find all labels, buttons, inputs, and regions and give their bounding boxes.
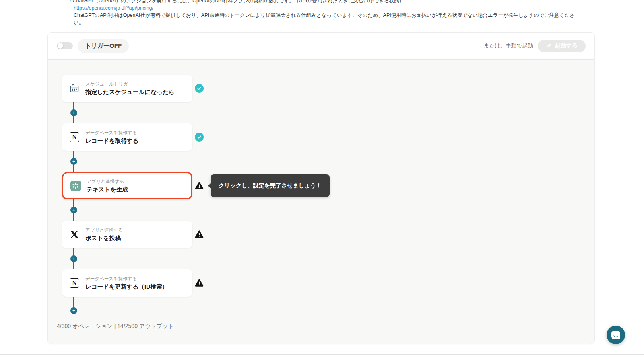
step-connector: +	[62, 151, 192, 172]
step-category-label: データベースを操作する	[85, 130, 139, 136]
workflow-flow: スケジュールトリガー 指定したスケジュールになったら + N データベースを操作…	[62, 75, 215, 314]
step-category-label: データベースを操作する	[85, 276, 168, 282]
manual-launch-hint: または、手動で起動	[484, 42, 533, 49]
notice-line-1: ・ChatGPT（OpenAI）のアクションを実行するには、OpenAIのAPI…	[68, 0, 575, 4]
step-connector: +	[62, 102, 192, 123]
trending-up-arrow-icon	[546, 43, 552, 49]
add-step-button[interactable]: +	[70, 158, 77, 165]
workflow-step-row: アプリと連携する テキストを生成	[62, 172, 192, 199]
launch-button[interactable]: 起動する	[538, 40, 586, 52]
tooltip-text: クリックし、設定を完了させましょう！	[219, 182, 322, 189]
api-notice: ・ChatGPT（OpenAI）のアクションを実行するには、OpenAIのAPI…	[68, 0, 575, 26]
workflow-canvas: スケジュールトリガー 指定したスケジュールになったら + N データベースを操作…	[48, 59, 594, 344]
add-step-button[interactable]: +	[70, 255, 77, 262]
workflow-step-card[interactable]: アプリと連携する ポストを投稿	[62, 221, 192, 248]
notice-line-2: ChatGPTのAPI利用はOpenAI社が有料で提供しており、API疎通時のト…	[68, 12, 575, 26]
chat-launcher-button[interactable]	[607, 326, 625, 344]
flowbot-panel: トリガーOFF または、手動で起動 起動する	[47, 32, 595, 344]
step-title: レコードを更新する（ID検索）	[85, 283, 168, 291]
step-category-label: アプリと連携する	[87, 179, 128, 185]
notion-icon: N	[69, 132, 80, 142]
page: ・ChatGPT（OpenAI）のアクションを実行するには、OpenAIのAPI…	[0, 0, 644, 355]
workflow-step-card[interactable]: アプリと連携する テキストを生成	[62, 172, 192, 199]
step-complete-check-icon	[195, 133, 204, 142]
workflow-step-card[interactable]: N データベースを操作する レコードを更新する（ID検索）	[62, 269, 192, 297]
step-connector: +	[62, 297, 192, 314]
step-warning-icon	[195, 230, 204, 239]
x-icon	[69, 229, 80, 240]
schedule-icon	[69, 83, 80, 94]
tooltip-arrow-icon	[208, 183, 211, 189]
step-connector: +	[62, 248, 192, 269]
openai-pricing-link[interactable]: https://openai.com/ja-JP/api/pricing/	[74, 5, 153, 11]
launch-button-label: 起動する	[555, 42, 578, 49]
workflow-step-card[interactable]: スケジュールトリガー 指定したスケジュールになったら	[62, 75, 192, 102]
add-step-button[interactable]: +	[70, 207, 77, 213]
workflow-step-row: N データベースを操作する レコードを取得する	[62, 123, 192, 151]
trigger-status-badge: トリガーOFF	[78, 39, 129, 53]
workflow-step-row: スケジュールトリガー 指定したスケジュールになったら	[62, 75, 192, 102]
step-title: テキストを生成	[87, 186, 128, 193]
notion-icon: N	[69, 278, 80, 288]
step-complete-check-icon	[195, 84, 204, 93]
step-title: 指定したスケジュールになったら	[85, 88, 175, 96]
workflow-step-row: N データベースを操作する レコードを更新する（ID検索）	[62, 269, 192, 297]
step-title: レコードを取得する	[85, 137, 139, 145]
add-step-button[interactable]: +	[70, 109, 77, 116]
workflow-step-row: アプリと連携する ポストを投稿	[62, 221, 192, 248]
step-title: ポストを投稿	[85, 234, 123, 242]
chat-bubble-icon	[611, 331, 620, 339]
setup-tooltip: クリックし、設定を完了させましょう！	[211, 174, 330, 197]
trigger-toggle[interactable]	[57, 42, 73, 49]
workflow-step-card[interactable]: N データベースを操作する レコードを取得する	[62, 123, 192, 151]
step-warning-icon	[195, 279, 204, 287]
chatgpt-icon	[70, 181, 81, 191]
step-category-label: スケジュールトリガー	[85, 81, 175, 87]
toggle-knob-icon	[58, 43, 63, 49]
flowbot-header: トリガーOFF または、手動で起動 起動する	[48, 33, 594, 59]
usage-counter: 4/300 オペレーション | 14/2500 アウトプット	[57, 323, 174, 330]
step-connector: +	[62, 199, 192, 221]
step-category-label: アプリと連携する	[85, 227, 123, 233]
add-step-button[interactable]: +	[70, 307, 77, 314]
step-warning-icon	[195, 181, 204, 190]
